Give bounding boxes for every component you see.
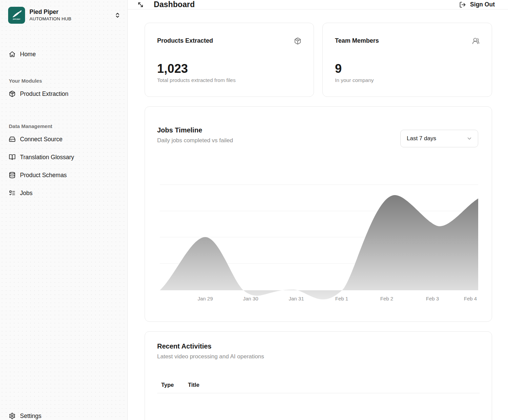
jobs-timeline-subtitle: Daily jobs completed vs failed xyxy=(157,137,233,144)
x-axis-tick: Feb 4 xyxy=(464,296,477,301)
recent-activities-card: Recent Activities Latest video processin… xyxy=(145,331,492,420)
feather-logo-icon: pied piper xyxy=(10,9,23,21)
database-icon xyxy=(9,172,16,178)
stats-row: Products Extracted 1,023 Total products … xyxy=(145,23,492,97)
x-axis-tick: Jan 31 xyxy=(289,296,304,301)
date-range-select[interactable]: Last 7 days xyxy=(400,130,478,147)
data-management-items: Connect Source Translation Glossary Prod… xyxy=(0,133,127,205)
main-area: Dashboard Sign Out Products Extracted xyxy=(128,0,508,420)
svg-text:pied piper: pied piper xyxy=(13,18,20,20)
stat-title: Team Members xyxy=(335,37,379,44)
workspace-title: Pied Piper xyxy=(29,8,71,16)
sidebar-item-settings[interactable]: Settings xyxy=(4,410,123,420)
sidebar-item-label: Home xyxy=(20,51,36,58)
sign-out-label: Sign Out xyxy=(470,1,495,8)
activities-table-header: Type Title xyxy=(157,382,480,393)
column-header-title: Title xyxy=(188,382,199,388)
sidebar-item-jobs[interactable]: Jobs xyxy=(4,187,123,199)
dashboard-content: Products Extracted 1,023 Total products … xyxy=(128,9,508,420)
stat-value: 1,023 xyxy=(157,62,301,76)
sidebar-item-connect-source[interactable]: Connect Source xyxy=(4,133,123,145)
book-open-icon xyxy=(9,154,16,161)
stat-card-team-members: Team Members 9 In your company xyxy=(322,23,492,97)
stat-caption: In your company xyxy=(335,77,480,83)
x-axis-tick: Feb 3 xyxy=(426,296,439,301)
date-range-value: Last 7 days xyxy=(407,135,436,142)
workspace-switcher[interactable]: pied piper Pied Piper AUTOMATION HUB xyxy=(0,7,127,24)
pied-piper-logo: pied piper xyxy=(8,7,25,24)
jobs-timeline-title: Jobs Timeline xyxy=(157,126,233,134)
package-icon xyxy=(294,37,301,45)
gear-icon xyxy=(9,413,16,419)
x-axis-tick: Feb 1 xyxy=(335,296,348,301)
hard-drive-icon xyxy=(9,136,16,143)
sidebar-item-label: Jobs xyxy=(20,190,33,197)
sidebar-item-label: Translation Glossary xyxy=(20,154,74,161)
jobs-timeline-card: Jobs Timeline Daily jobs completed vs fa… xyxy=(145,106,492,322)
stat-value: 9 xyxy=(335,62,480,76)
app-window: pied piper Pied Piper AUTOMATION HUB Hom… xyxy=(0,0,508,420)
jobs-area-series xyxy=(160,195,478,299)
package-icon xyxy=(9,90,16,97)
list-todo-icon xyxy=(9,190,16,196)
jobs-timeline-header: Jobs Timeline Daily jobs completed vs fa… xyxy=(145,107,492,147)
sidebar-item-label: Product Schemas xyxy=(20,172,67,179)
users-icon xyxy=(472,37,480,45)
sidebar-item-home[interactable]: Home xyxy=(4,48,123,60)
stat-card-products-extracted: Products Extracted 1,023 Total products … xyxy=(145,23,314,97)
sidebar-item-label: Connect Source xyxy=(20,136,63,143)
sidebar-footer: Settings xyxy=(0,410,127,420)
page-title: Dashboard xyxy=(154,0,195,9)
chevrons-up-down-icon[interactable] xyxy=(114,12,121,18)
your-modules-items: Product Extraction xyxy=(0,88,127,106)
recent-activities-subtitle: Latest video processing and AI operation… xyxy=(157,353,480,360)
stat-title: Products Extracted xyxy=(157,37,213,44)
move-diagonal-icon[interactable] xyxy=(137,1,144,8)
sidebar: pied piper Pied Piper AUTOMATION HUB Hom… xyxy=(0,0,128,420)
sidebar-item-product-extraction[interactable]: Product Extraction xyxy=(4,88,123,100)
area-chart-svg xyxy=(160,163,478,306)
x-axis-tick: Jan 30 xyxy=(243,296,258,301)
x-axis-tick: Jan 29 xyxy=(197,296,213,301)
jobs-timeline-chart: Jan 29 Jan 30 Jan 31 Feb 1 Feb 2 Feb 3 F… xyxy=(160,163,478,314)
chevron-down-icon xyxy=(466,135,472,142)
sidebar-item-translation-glossary[interactable]: Translation Glossary xyxy=(4,151,123,163)
sidebar-section-data-management: Data Management xyxy=(0,123,127,129)
sidebar-item-label: Settings xyxy=(20,413,41,420)
sidebar-section-your-modules: Your Modules xyxy=(0,78,127,84)
stat-caption: Total products extracted from files xyxy=(157,77,301,83)
workspace-name: Pied Piper AUTOMATION HUB xyxy=(29,8,71,22)
house-icon xyxy=(9,51,16,58)
workspace-subtitle: AUTOMATION HUB xyxy=(29,16,71,22)
column-header-type: Type xyxy=(161,382,188,388)
x-axis-tick: Feb 2 xyxy=(380,296,393,301)
top-bar: Dashboard Sign Out xyxy=(128,0,508,9)
sidebar-item-product-schemas[interactable]: Product Schemas xyxy=(4,169,123,181)
sign-out-button[interactable]: Sign Out xyxy=(459,1,495,8)
log-out-icon xyxy=(459,1,466,8)
sidebar-item-label: Product Extraction xyxy=(20,90,68,98)
recent-activities-title: Recent Activities xyxy=(157,342,480,350)
